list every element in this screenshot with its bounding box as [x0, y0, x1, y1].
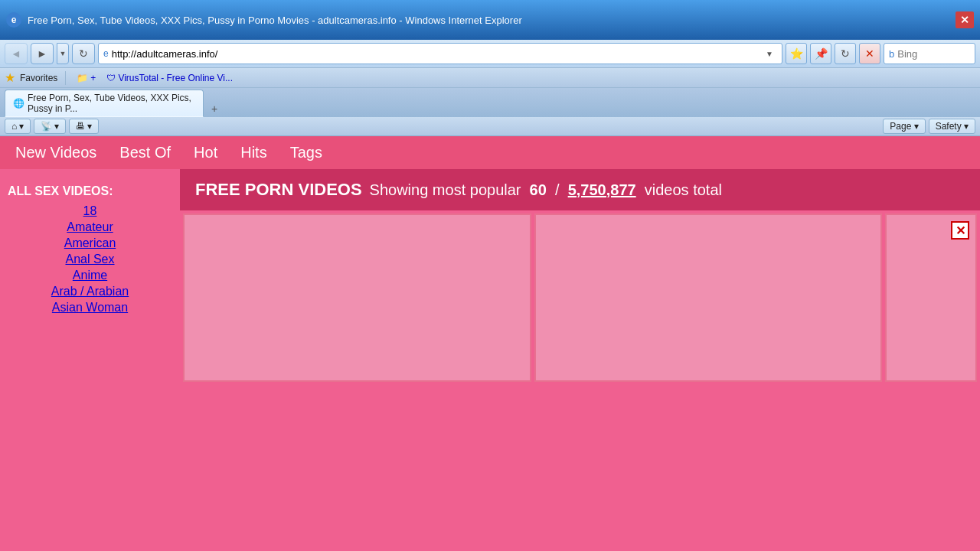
- window-close-button[interactable]: ✕: [956, 11, 974, 28]
- feeds-icon: 📡: [41, 121, 52, 132]
- banner-showing-text: Showing most popular: [370, 181, 521, 198]
- fav-separator: [65, 71, 66, 85]
- fav-item-virustotal[interactable]: 🛡 VirusTotal - Free Online Vi...: [103, 72, 236, 84]
- sidebar-title: ALL SEX VIDEOS:: [8, 184, 172, 198]
- nav-dropdown[interactable]: ▼: [57, 43, 69, 64]
- search-input[interactable]: [897, 48, 959, 60]
- fav-add-icon: 📁: [77, 73, 88, 83]
- banner-total[interactable]: 5,750,877: [568, 181, 636, 198]
- address-icon: e: [103, 48, 109, 59]
- close-button[interactable]: ✕: [951, 221, 969, 240]
- sidebar-link-asian[interactable]: Asian Woman: [8, 301, 172, 315]
- sidebar-link-18[interactable]: 18: [8, 204, 172, 218]
- sidebar-link-amateur[interactable]: Amateur: [8, 220, 172, 234]
- feeds-button[interactable]: 📡 ▾: [34, 119, 66, 134]
- back-button[interactable]: ◄: [5, 43, 28, 64]
- home-dropdown[interactable]: ▾: [19, 121, 24, 132]
- address-dropdown[interactable]: ▼: [762, 44, 777, 64]
- go-button[interactable]: ↻: [835, 43, 856, 64]
- window-title: Free Porn, Sex, Tube Videos, XXX Pics, P…: [28, 15, 956, 26]
- favorites-star-button[interactable]: ⭐: [786, 43, 807, 64]
- new-tab-button[interactable]: +: [205, 100, 224, 117]
- ie-icon: e: [6, 12, 21, 28]
- nav-menu: New Videos Best Of Hot Hits Tags: [0, 136, 980, 169]
- bing-icon: b: [889, 48, 894, 60]
- sidebar-link-anime[interactable]: Anime: [8, 269, 172, 282]
- print-dropdown[interactable]: ▾: [87, 121, 92, 132]
- refresh-button[interactable]: ↻: [72, 43, 95, 64]
- banner: FREE PORN VIDEOS Showing most popular 60…: [180, 169, 980, 210]
- nav-item-tags[interactable]: Tags: [290, 144, 322, 161]
- home-button[interactable]: ⌂ ▾: [5, 119, 31, 134]
- tab-main[interactable]: 🌐 Free Porn, Sex, Tube Videos, XXX Pics,…: [5, 90, 204, 117]
- main-content: FREE PORN VIDEOS Showing most popular 60…: [180, 169, 980, 385]
- print-button[interactable]: 🖶 ▾: [69, 119, 99, 134]
- fav-add-label: +: [90, 73, 96, 83]
- nav-item-best-of[interactable]: Best Of: [119, 144, 171, 161]
- tab-bar: 🌐 Free Porn, Sex, Tube Videos, XXX Pics,…: [0, 88, 980, 117]
- title-bar: e Free Porn, Sex, Tube Videos, XXX Pics,…: [0, 0, 980, 40]
- website-content: New Videos Best Of Hot Hits Tags ALL SEX…: [0, 136, 980, 551]
- video-grid: ✕: [180, 210, 980, 385]
- video-thumb-3[interactable]: ✕: [885, 214, 977, 382]
- safety-label: Safety ▾: [936, 121, 969, 132]
- virustotal-icon: 🛡: [106, 73, 116, 83]
- sidebar-link-arab[interactable]: Arab / Arabian: [8, 285, 172, 298]
- favorites-star-icon: ★: [5, 70, 15, 85]
- fav-item-label: VirusTotal - Free Online Vi...: [118, 73, 233, 83]
- video-thumb-1[interactable]: [183, 214, 531, 382]
- forward-button[interactable]: ►: [31, 43, 54, 64]
- search-box: b: [884, 43, 975, 64]
- favorites-label[interactable]: Favorites: [20, 73, 57, 83]
- tab-label: Free Porn, Sex, Tube Videos, XXX Pics, P…: [28, 93, 195, 114]
- page-toolbar: ⌂ ▾ 📡 ▾ 🖶 ▾ Page ▾ Safety ▾: [0, 117, 980, 136]
- tab-favicon: 🌐: [13, 98, 24, 109]
- address-bar-row: ◄ ► ▼ ↻ e ▼ ⭐ 📌 ↻ ✕ b: [0, 40, 980, 67]
- fav-add-button[interactable]: 📁 +: [74, 72, 99, 84]
- address-input[interactable]: [112, 48, 762, 60]
- browser-chrome: ◄ ► ▼ ↻ e ▼ ⭐ 📌 ↻ ✕ b ★ Favorites 📁 + 🛡 …: [0, 40, 980, 136]
- favorites-bar: ★ Favorites 📁 + 🛡 VirusTotal - Free Onli…: [0, 67, 980, 88]
- banner-suffix: videos total: [645, 181, 722, 198]
- pin-button[interactable]: 📌: [810, 43, 831, 64]
- nav-item-hot[interactable]: Hot: [194, 144, 217, 161]
- banner-separator: /: [555, 181, 560, 198]
- print-icon: 🖶: [76, 121, 85, 132]
- stop-button[interactable]: ✕: [859, 43, 880, 64]
- banner-title: FREE PORN VIDEOS: [195, 180, 362, 200]
- sidebar: ALL SEX VIDEOS: 18 Amateur American Anal…: [0, 169, 180, 385]
- safety-button[interactable]: Safety ▾: [929, 119, 975, 134]
- nav-item-new-videos[interactable]: New Videos: [15, 144, 96, 161]
- banner-text: Showing most popular 60 / 5,750,877 vide…: [370, 181, 722, 199]
- sidebar-link-american[interactable]: American: [8, 236, 172, 250]
- page-label: Page ▾: [890, 121, 918, 132]
- content-area: ALL SEX VIDEOS: 18 Amateur American Anal…: [0, 169, 980, 385]
- feeds-dropdown[interactable]: ▾: [54, 121, 59, 132]
- nav-item-hits[interactable]: Hits: [240, 144, 266, 161]
- video-thumb-2[interactable]: [534, 214, 883, 382]
- address-box: e ▼: [98, 43, 782, 64]
- home-icon: ⌂: [11, 121, 17, 132]
- sidebar-link-anal-sex[interactable]: Anal Sex: [8, 253, 172, 266]
- banner-count: 60: [530, 181, 547, 198]
- page-button[interactable]: Page ▾: [883, 119, 925, 134]
